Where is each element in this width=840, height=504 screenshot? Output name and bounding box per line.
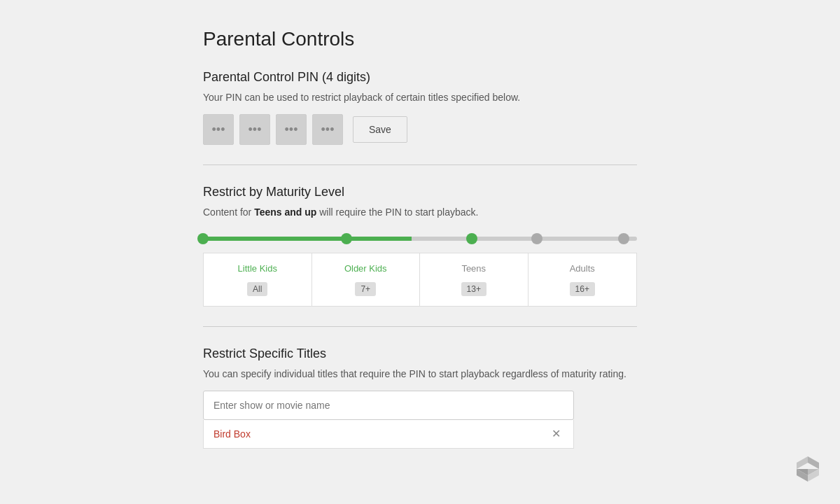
maturity-level-older-kids[interactable]: Older Kids 7+	[312, 253, 421, 306]
slider-track-green	[203, 237, 412, 241]
pin-digit-1[interactable]: •••	[203, 114, 234, 145]
maturity-desc-suffix: will require the PIN to start playback.	[319, 206, 478, 218]
slider-dot-4[interactable]	[618, 233, 629, 244]
maturity-badge-older-kids: 7+	[355, 282, 376, 296]
pin-digit-4[interactable]: •••	[312, 114, 343, 145]
save-pin-button[interactable]: Save	[353, 116, 407, 143]
slider-dot-1[interactable]	[341, 233, 352, 244]
maturity-badge-little-kids: All	[247, 282, 267, 296]
remove-title-button[interactable]: ✕	[549, 428, 564, 440]
titles-section-desc: You can specify individual titles that r…	[203, 368, 637, 379]
maturity-slider[interactable]	[203, 232, 637, 246]
pin-section: Parental Control PIN (4 digits) Your PIN…	[203, 70, 637, 145]
pin-digit-2[interactable]: •••	[239, 114, 270, 145]
logo-container	[792, 454, 823, 487]
page-container: Parental Controls Parental Control PIN (…	[0, 0, 840, 477]
pin-dot-4: •••	[321, 122, 335, 137]
titles-section-title: Restrict Specific Titles	[203, 346, 637, 361]
maturity-level-teens-name: Teens	[428, 263, 519, 274]
maturity-level-older-kids-name: Older Kids	[321, 263, 412, 274]
page-title: Parental Controls	[203, 28, 637, 50]
maturity-desc-highlight: Teens and up	[254, 206, 316, 218]
maturity-levels-grid: Little Kids All Older Kids 7+ Teens 13+ …	[203, 253, 637, 307]
pin-dot-2: •••	[248, 122, 262, 137]
pin-section-desc: Your PIN can be used to restrict playbac…	[203, 92, 637, 103]
maturity-desc-prefix: Content for	[203, 206, 254, 218]
maturity-level-teens[interactable]: Teens 13+	[420, 253, 528, 306]
pin-row: ••• ••• ••• ••• Save	[203, 114, 637, 145]
slider-dot-0[interactable]	[197, 233, 209, 244]
titles-section: Restrict Specific Titles You can specify…	[203, 346, 637, 449]
maturity-level-little-kids-name: Little Kids	[212, 263, 303, 274]
title-search-input[interactable]	[203, 391, 574, 420]
pin-dot-1: •••	[212, 122, 225, 137]
maturity-level-little-kids[interactable]: Little Kids All	[204, 253, 312, 306]
maturity-section-desc: Content for Teens and up will require th…	[203, 206, 637, 218]
svg-marker-1	[797, 456, 808, 469]
pin-section-title: Parental Control PIN (4 digits)	[203, 70, 637, 85]
list-item: Bird Box ✕	[203, 420, 574, 449]
pin-digit-3[interactable]: •••	[276, 114, 307, 145]
maturity-level-adults-name: Adults	[537, 263, 629, 274]
divider-1	[203, 164, 637, 165]
title-list: Bird Box ✕	[203, 420, 574, 449]
title-item-name: Bird Box	[214, 428, 251, 440]
divider-2	[203, 326, 637, 327]
logo-icon	[792, 454, 823, 484]
pin-dot-3: •••	[285, 122, 298, 137]
maturity-badge-adults: 16+	[570, 282, 595, 296]
maturity-level-adults[interactable]: Adults 16+	[528, 253, 637, 306]
maturity-badge-teens: 13+	[461, 282, 486, 296]
slider-dot-2[interactable]	[466, 233, 477, 244]
maturity-section-title: Restrict by Maturity Level	[203, 185, 637, 200]
maturity-section: Restrict by Maturity Level Content for T…	[203, 185, 637, 307]
slider-dot-3[interactable]	[531, 233, 542, 244]
svg-marker-0	[808, 456, 819, 469]
